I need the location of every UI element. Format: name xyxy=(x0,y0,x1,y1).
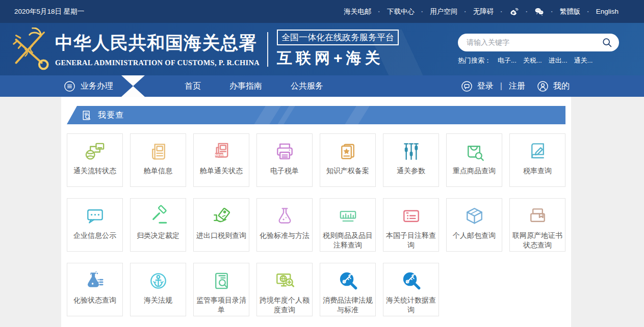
weibo-icon[interactable] xyxy=(509,7,519,16)
chat-dots-icon xyxy=(83,203,107,229)
separator-dot: · xyxy=(526,8,528,15)
nav-link[interactable]: 首页 xyxy=(170,75,215,97)
separator-dot: · xyxy=(500,8,503,15)
site-header: 中华人民共和国海关总署 GENERAL ADMINISTRATION OF CU… xyxy=(0,23,644,75)
separator-dot: · xyxy=(464,8,467,15)
service-card[interactable]: 舱单信息 xyxy=(130,133,186,187)
platform-block: 全国一体化在线政务服务平台 互联网+海关 xyxy=(277,30,399,69)
service-card-label: 通关流转状态 xyxy=(72,166,118,176)
service-card[interactable]: 跨境年度个人额度查询 xyxy=(256,263,313,316)
service-card[interactable]: 本国子目注释查询 xyxy=(383,198,439,252)
service-card[interactable]: 税则商品及品目注释查询 xyxy=(320,198,376,252)
service-card-label: 消费品法律法规与标准 xyxy=(320,295,375,315)
hamburger-menu-icon xyxy=(64,80,75,92)
sliders-icon xyxy=(399,139,423,164)
service-card[interactable]: 进出口税则查询 xyxy=(193,198,249,252)
service-card[interactable]: 电子税单 xyxy=(256,133,313,187)
svg-text:NEW: NEW xyxy=(215,153,223,157)
service-card[interactable]: 知识产权备案 xyxy=(320,133,376,187)
service-card-label: 税则商品及品目注释查询 xyxy=(320,231,375,250)
flow-status-icon xyxy=(83,139,107,164)
login-button[interactable]: 登录 xyxy=(461,80,494,92)
service-card[interactable]: 化验标准与方法 xyxy=(256,198,313,252)
service-card-label: 本国子目注释查询 xyxy=(383,231,439,250)
service-card[interactable]: 联网原产地证书状态查询 xyxy=(509,198,565,252)
service-card[interactable]: 重点商品查询 xyxy=(446,133,502,187)
nav-link[interactable]: 办事指南 xyxy=(215,75,276,97)
wechat-icon[interactable] xyxy=(534,7,544,16)
topbar-link[interactable]: 下载中心 xyxy=(387,7,415,16)
separator-dot: · xyxy=(421,8,424,15)
service-card-label: 知识产权备案 xyxy=(325,166,371,176)
search-input[interactable] xyxy=(467,38,602,46)
service-card[interactable]: 归类决定裁定 xyxy=(130,198,186,252)
topbar-link[interactable]: 无障碍 xyxy=(473,7,494,16)
service-card-label: 企业信息公示 xyxy=(72,231,118,240)
gavel-icon xyxy=(146,203,170,229)
business-menu-button[interactable]: 业务办理 xyxy=(64,80,113,92)
locale-link[interactable]: 繁體版 xyxy=(560,7,581,16)
service-card-grid: 通关流转状态 舱单信息 NEW 舱单通关状态 电子税单 xyxy=(61,124,571,316)
service-card[interactable]: 化验状态查询 xyxy=(67,263,123,316)
service-card[interactable]: 税率查询 xyxy=(509,133,565,187)
platform-badge: 全国一体化在线政务服务平台 xyxy=(277,30,399,45)
hot-search-terms: 电子...关税...进出...通关... xyxy=(498,56,593,65)
banner-stripe xyxy=(342,106,371,124)
register-button[interactable]: 注册 xyxy=(509,81,525,92)
service-card[interactable]: 通关流转状态 xyxy=(67,133,123,187)
main-nav: 业务办理 首页办事指南公共服务 登录 | 注册 我的 xyxy=(0,75,644,97)
nav-links: 首页办事指南公共服务 xyxy=(170,75,338,97)
section-banner: 我要查 xyxy=(67,106,565,124)
service-card[interactable]: 海关统计数据查询 xyxy=(383,263,439,316)
hand-tag-icon xyxy=(210,203,234,229)
top-utility-bar: 2020年5月18日 星期一 海关电邮·下载中心·用户空间·无障碍···繁體版·… xyxy=(0,0,644,23)
service-card-label: 舱单信息 xyxy=(142,166,174,176)
business-menu-label: 业务办理 xyxy=(81,81,113,92)
service-card[interactable]: 海关法规 xyxy=(130,263,186,316)
site-title-chinese: 中华人民共和国海关总署 xyxy=(55,31,260,55)
site-titles: 中华人民共和国海关总署 GENERAL ADMINISTRATION OF CU… xyxy=(55,31,260,67)
search-icon xyxy=(602,37,612,48)
customs-magnifier-icon xyxy=(399,268,423,293)
service-card[interactable]: 消费品法律法规与标准 xyxy=(320,263,376,316)
menu-pointer-marker xyxy=(121,75,145,97)
hot-search-term[interactable]: 进出... xyxy=(549,56,568,65)
service-card-label: 化验标准与方法 xyxy=(258,231,311,240)
service-card[interactable]: 通关参数 xyxy=(383,133,439,187)
flask-icon xyxy=(273,203,297,229)
service-card[interactable]: NEW 舱单通关状态 xyxy=(193,133,249,187)
anchor-icon xyxy=(146,268,170,293)
bag-search-icon xyxy=(462,139,486,164)
topbar-links: 海关电邮·下载中心·用户空间·无障碍···繁體版·English xyxy=(344,7,619,16)
separator-dot: · xyxy=(378,8,380,15)
package-icon xyxy=(462,203,486,229)
hot-search-term[interactable]: 电子... xyxy=(498,56,517,65)
book-pencil-icon xyxy=(526,139,550,164)
monitor-search-icon xyxy=(273,268,297,293)
nav-account-area: 登录 | 注册 我的 xyxy=(461,80,570,92)
locale-link[interactable]: English xyxy=(596,8,619,15)
my-account-button[interactable]: 我的 xyxy=(537,80,570,92)
search-button[interactable] xyxy=(602,37,612,48)
main-content: 我要查 通关流转状态 舱单信息 NEW 舱单通关状态 xyxy=(61,97,571,327)
current-date: 2020年5月18日 星期一 xyxy=(14,7,84,16)
flask-list-icon xyxy=(83,268,107,293)
separator-dot: · xyxy=(587,8,589,15)
list-card-icon xyxy=(399,203,423,229)
clipboard-search-icon xyxy=(210,268,234,293)
speech-bubble-icon xyxy=(461,80,473,92)
hot-search-term[interactable]: 关税... xyxy=(523,56,542,65)
service-card-label: 税率查询 xyxy=(522,166,553,176)
search-box xyxy=(458,34,619,51)
service-card-label: 海关法规 xyxy=(142,295,174,305)
service-card[interactable]: 个人邮包查询 xyxy=(446,198,502,252)
hot-search-term[interactable]: 通关... xyxy=(574,56,593,65)
service-card[interactable]: 企业信息公示 xyxy=(67,198,123,252)
login-label: 登录 xyxy=(477,81,494,92)
banner-stripe xyxy=(251,106,282,124)
nav-link[interactable]: 公共服务 xyxy=(276,75,338,97)
topbar-link[interactable]: 海关电邮 xyxy=(344,7,371,16)
topbar-link[interactable]: 用户空间 xyxy=(430,7,457,16)
service-card-label: 联网原产地证书状态查询 xyxy=(510,231,565,250)
service-card[interactable]: 监管事项目录清单 xyxy=(193,263,249,316)
